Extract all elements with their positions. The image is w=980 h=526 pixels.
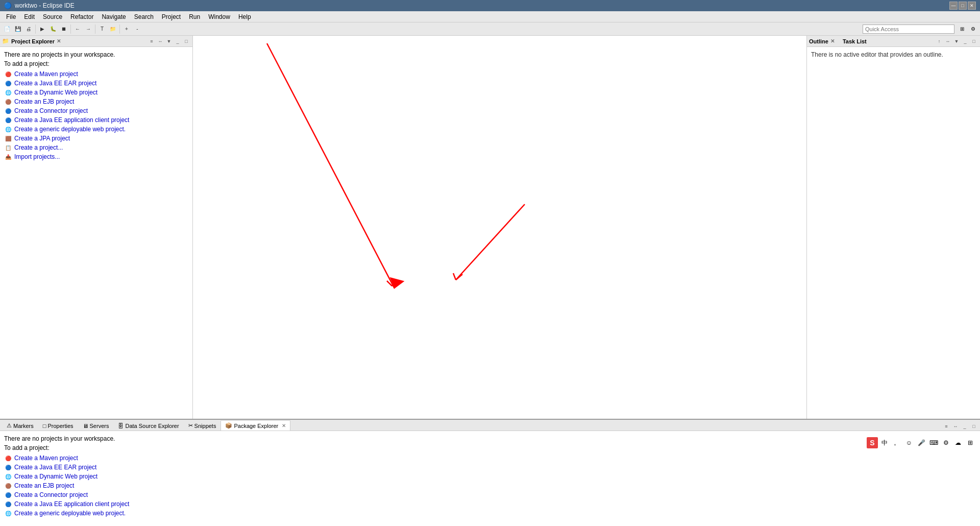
create-dynamic-web-link[interactable]: Create a Dynamic Web project <box>14 89 97 96</box>
bottom-link-dynamic-web[interactable]: 🌐 Create a Dynamic Web project <box>4 472 853 481</box>
import-projects-link[interactable]: Import projects... <box>14 153 60 160</box>
print-button[interactable]: 🖨 <box>23 24 34 34</box>
bottom-tb-btn-1[interactable]: ≡ <box>942 422 950 431</box>
package-explorer-close-button[interactable]: ✕ <box>282 423 286 428</box>
ime-s-icon[interactable]: S <box>867 437 878 448</box>
menu-refactor[interactable]: Refactor <box>66 12 97 21</box>
create-generic-web-link[interactable]: Create a generic deployable web project. <box>14 126 126 133</box>
bottom-create-ejb-link[interactable]: Create an EJB project <box>14 482 74 489</box>
create-project-link[interactable]: Create a project... <box>14 144 63 151</box>
menu-source[interactable]: Source <box>39 12 66 21</box>
tab-data-source[interactable]: 🗄 Data Source Explorer <box>113 420 183 431</box>
minimize-button[interactable]: — <box>949 2 958 10</box>
bottom-maximize-button[interactable]: □ <box>970 422 978 431</box>
link-connector[interactable]: 🔵 Create a Connector project <box>4 106 188 115</box>
bottom-link-javaee-client[interactable]: 🔵 Create a Java EE application client pr… <box>4 499 853 509</box>
back-button[interactable]: ← <box>72 24 83 34</box>
tab-markers[interactable]: ⚠ Markers <box>2 420 38 431</box>
stop-button[interactable]: ⏹ <box>59 24 69 34</box>
create-jpa-link[interactable]: Create a JPA project <box>14 135 70 142</box>
bottom-link-connector[interactable]: 🔵 Create a Connector project <box>4 490 853 499</box>
create-connector-link[interactable]: Create a Connector project <box>14 107 88 114</box>
ime-settings-icon[interactable]: ⚙ <box>940 437 951 448</box>
menu-help[interactable]: Help <box>234 12 255 21</box>
ime-smiley-icon[interactable]: ☺ <box>903 437 915 448</box>
outline-view-menu-button[interactable]: ▼ <box>952 37 961 45</box>
link-javaee-client[interactable]: 🔵 Create a Java EE application client pr… <box>4 115 188 125</box>
save-button[interactable]: 💾 <box>13 24 23 34</box>
bottom-link-javaee-ear[interactable]: 🔵 Create a Java EE EAR project <box>4 463 853 472</box>
bottom-create-javaee-ear-link[interactable]: Create a Java EE EAR project <box>14 464 96 471</box>
ime-punctuation-icon[interactable]: 。 <box>891 437 902 448</box>
minimize-panel-button[interactable]: _ <box>174 37 182 45</box>
run-button[interactable]: ▶ <box>37 24 47 34</box>
open-perspective-button[interactable]: ⊞ <box>957 24 967 34</box>
ime-extra-icon[interactable]: ⊞ <box>965 437 976 448</box>
link-jpa[interactable]: 🟫 Create a JPA project <box>4 134 188 143</box>
svg-line-6 <box>456 274 462 280</box>
zoom-in-button[interactable]: + <box>121 24 132 34</box>
bottom-create-maven-link[interactable]: Create a Maven project <box>14 455 78 462</box>
open-resource-button[interactable]: 📁 <box>108 24 118 34</box>
customize-perspective-button[interactable]: ⚙ <box>968 24 978 34</box>
maximize-panel-button[interactable]: □ <box>182 37 190 45</box>
menu-run[interactable]: Run <box>185 12 204 21</box>
new-button[interactable]: 📄 <box>2 24 12 34</box>
bottom-minimize-button[interactable]: _ <box>961 422 969 431</box>
bottom-create-javaee-client-link[interactable]: Create a Java EE application client proj… <box>14 500 129 508</box>
snippets-icon: ✂ <box>188 422 193 429</box>
link-ejb[interactable]: 🟤 Create an EJB project <box>4 97 188 106</box>
link-maven[interactable]: 🔴 Create a Maven project <box>4 69 188 79</box>
bottom-link-generic-web[interactable]: 🌐 Create a generic deployable web projec… <box>4 509 853 518</box>
maximize-button[interactable]: □ <box>959 2 967 10</box>
outline-minimize-button[interactable]: _ <box>961 37 969 45</box>
bottom-area: ⚠ Markers □ Properties 🖥 Servers 🗄 Data … <box>0 419 980 526</box>
tab-servers[interactable]: 🖥 Servers <box>78 420 114 431</box>
menu-window[interactable]: Window <box>204 12 234 21</box>
menu-project[interactable]: Project <box>158 12 185 21</box>
link-generic-web[interactable]: 🌐 Create a generic deployable web projec… <box>4 125 188 134</box>
outline-maximize-button[interactable]: □ <box>970 37 978 45</box>
bottom-tb-btn-2[interactable]: ↔ <box>951 422 960 431</box>
menu-navigate[interactable]: Navigate <box>97 12 130 21</box>
link-javaee-ear[interactable]: 🔵 Create a Java EE EAR project <box>4 79 188 88</box>
create-ejb-link[interactable]: Create an EJB project <box>14 98 74 105</box>
open-type-button[interactable]: T <box>97 24 107 34</box>
tab-properties[interactable]: □ Properties <box>38 420 78 431</box>
link-with-editor-button[interactable]: ↔ <box>156 37 164 45</box>
outline-sync-button[interactable]: ↔ <box>944 37 952 45</box>
link-import[interactable]: 📥 Import projects... <box>4 152 188 161</box>
zoom-out-button[interactable]: - <box>132 24 142 34</box>
bottom-create-dynamic-web-link[interactable]: Create a Dynamic Web project <box>14 473 97 480</box>
menu-file[interactable]: File <box>2 12 20 21</box>
ime-mic-icon[interactable]: 🎤 <box>916 437 927 448</box>
bottom-create-generic-web-link[interactable]: Create a generic deployable web project. <box>14 510 126 517</box>
debug-button[interactable]: 🐛 <box>48 24 58 34</box>
create-maven-link[interactable]: Create a Maven project <box>14 70 78 78</box>
close-button[interactable]: ✕ <box>968 2 976 10</box>
create-javaee-ear-link[interactable]: Create a Java EE EAR project <box>14 80 96 87</box>
tab-package-explorer[interactable]: 📦 Package Explorer ✕ <box>220 420 290 431</box>
bottom-link-maven[interactable]: 🔴 Create a Maven project <box>4 453 853 463</box>
link-dynamic-web[interactable]: 🌐 Create a Dynamic Web project <box>4 88 188 97</box>
menu-search[interactable]: Search <box>130 12 158 21</box>
ime-toolbar: S 中 。 ☺ 🎤 ⌨ ⚙ ☁ ⊞ <box>867 437 976 448</box>
create-javaee-client-link[interactable]: Create a Java EE application client proj… <box>14 116 129 124</box>
outline-collapse-button[interactable]: ↑ <box>935 37 943 45</box>
bottom-to-add-msg: To add a project: <box>4 444 853 451</box>
link-project[interactable]: 📋 Create a project... <box>4 143 188 152</box>
view-menu-button[interactable]: ▼ <box>165 37 173 45</box>
ime-keyboard-icon[interactable]: ⌨ <box>928 437 939 448</box>
project-explorer-close[interactable]: ✕ <box>57 38 61 44</box>
ime-cloud-icon[interactable]: ☁ <box>952 437 964 448</box>
outline-close[interactable]: ✕ <box>830 38 835 44</box>
bottom-create-connector-link[interactable]: Create a Connector project <box>14 491 88 498</box>
collapse-all-button[interactable]: ≡ <box>148 37 156 45</box>
menu-edit[interactable]: Edit <box>20 12 39 21</box>
ime-chinese-icon[interactable]: 中 <box>879 437 890 448</box>
quick-access-input[interactable] <box>863 25 954 34</box>
content-area: 📁 Project Explorer ✕ ≡ ↔ ▼ _ □ There are… <box>0 36 980 419</box>
tab-snippets[interactable]: ✂ Snippets <box>184 420 221 431</box>
forward-button[interactable]: → <box>83 24 93 34</box>
bottom-link-ejb[interactable]: 🟤 Create an EJB project <box>4 481 853 490</box>
